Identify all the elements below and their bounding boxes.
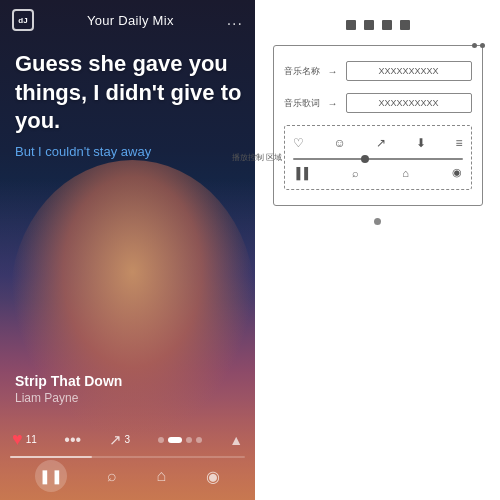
playback-icons-row: ♡ ☺ ↗ ⬇ ≡ [293, 136, 463, 150]
corner-dot-2 [480, 43, 485, 48]
dot-1 [158, 437, 164, 443]
music-player-panel: dJ Your Daily Mix ... Guess she gave you… [0, 0, 255, 500]
song-name-input[interactable]: XXXXXXXXXX [346, 61, 472, 81]
slider-thumb [361, 155, 369, 163]
wireframe-container: 音乐名称 → XXXXXXXXXX 音乐歌词 → XXXXXXXXXX ♡ ☺ … [273, 45, 483, 206]
bars-icon[interactable]: ▐▐ [293, 167, 309, 179]
progress-dots [158, 437, 202, 443]
home-button[interactable]: ⌂ [157, 467, 167, 485]
song-lyrics-row: 音乐歌词 → XXXXXXXXXX [284, 93, 472, 113]
corner-decoration [472, 43, 485, 48]
progress-bar[interactable] [10, 456, 245, 458]
wf-user-icon[interactable]: ◉ [452, 166, 462, 179]
expand-icon[interactable]: ▲ [229, 432, 243, 448]
playlist-title: Your Daily Mix [87, 13, 174, 28]
main-lyrics: Guess she gave you things, I didn't give… [15, 50, 245, 136]
share-count: 3 [125, 434, 131, 445]
progress-fill [10, 456, 92, 458]
top-indicator-dots [346, 20, 410, 30]
lyrics-section: Guess she gave you things, I didn't give… [15, 50, 245, 159]
more-options-button[interactable]: ... [227, 11, 243, 29]
song-title: Strip That Down [15, 373, 122, 389]
top-bar: dJ Your Daily Mix ... [0, 0, 255, 40]
song-info: Strip That Down Liam Payne [15, 373, 122, 405]
dot-2-active [168, 437, 182, 443]
wf-download-icon[interactable]: ⬇ [416, 136, 426, 150]
like-button[interactable]: ♥ 11 [12, 429, 37, 450]
search-button[interactable]: ⌕ [107, 467, 117, 485]
share-icon: ↗ [109, 431, 122, 449]
wireframe-panel: 音乐名称 → XXXXXXXXXX 音乐歌词 → XXXXXXXXXX ♡ ☺ … [255, 0, 500, 500]
bottom-icons-row: ▐▐ ⌕ ⌂ ◉ [293, 166, 463, 179]
indicator-dot-1 [346, 20, 356, 30]
indicator-dot-3 [382, 20, 392, 30]
song-name-row: 音乐名称 → XXXXXXXXXX [284, 61, 472, 81]
arrow-icon-1: → [328, 66, 338, 77]
arrow-icon-2: → [328, 98, 338, 109]
indicator-dot-2 [364, 20, 374, 30]
pause-icon: ❚❚ [39, 468, 63, 484]
dot-4 [196, 437, 202, 443]
profile-button[interactable]: ◉ [206, 467, 220, 486]
corner-dot-1 [472, 43, 477, 48]
wf-share-icon[interactable]: ↗ [376, 136, 386, 150]
play-pause-button[interactable]: ❚❚ [35, 460, 67, 492]
wf-list-icon[interactable]: ≡ [455, 136, 462, 150]
dot-3 [186, 437, 192, 443]
share-button[interactable]: ↗ 3 [109, 431, 131, 449]
progress-slider[interactable] [293, 158, 463, 160]
comment-icon: ••• [64, 431, 81, 449]
wf-smile-icon[interactable]: ☺ [333, 136, 345, 150]
page-indicator-dot [374, 218, 381, 225]
song-lyrics-label: 音乐歌词 [284, 98, 320, 109]
wf-search-icon[interactable]: ⌕ [352, 167, 359, 179]
song-name-label: 音乐名称 [284, 66, 320, 77]
slider-row [293, 158, 463, 160]
indicator-dot-4 [400, 20, 410, 30]
like-count: 11 [26, 434, 37, 445]
playback-control-section: ♡ ☺ ↗ ⬇ ≡ ▐▐ ⌕ ⌂ ◉ [284, 125, 472, 190]
song-lyrics-input[interactable]: XXXXXXXXXX [346, 93, 472, 113]
heart-icon: ♥ [12, 429, 23, 450]
controls-bar: ♥ 11 ••• ↗ 3 ▲ [0, 429, 255, 450]
playback-section-wrapper: ♡ ☺ ↗ ⬇ ≡ ▐▐ ⌕ ⌂ ◉ [284, 125, 472, 190]
comment-button[interactable]: ••• [64, 431, 81, 449]
app-logo[interactable]: dJ [12, 9, 34, 31]
song-artist: Liam Payne [15, 391, 122, 405]
wf-home-icon[interactable]: ⌂ [402, 167, 409, 179]
wf-heart-icon[interactable]: ♡ [293, 136, 304, 150]
bottom-nav: ❚❚ ⌕ ⌂ ◉ [0, 460, 255, 492]
sub-lyrics: But I couldn't stay away [15, 144, 245, 159]
